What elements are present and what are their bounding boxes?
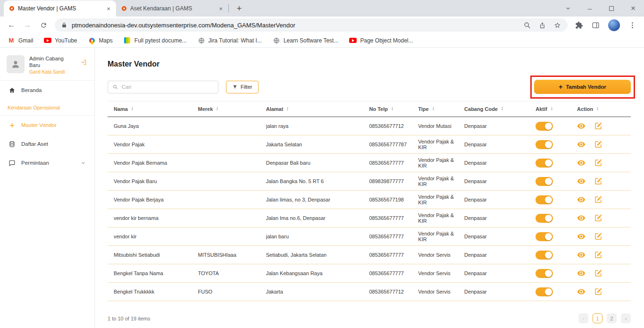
active-toggle[interactable] (535, 232, 553, 241)
view-icon[interactable] (577, 140, 585, 149)
logout-icon[interactable] (80, 59, 87, 66)
search-box[interactable] (108, 81, 218, 93)
sort-icon[interactable] (285, 106, 290, 111)
page-button-1[interactable]: 1 (593, 313, 602, 323)
address-bar[interactable]: ptmodenaindonesia-dev.outsystemsenterpri… (55, 18, 568, 32)
edit-icon[interactable] (594, 140, 602, 149)
bookmark-maps[interactable]: Maps (88, 37, 113, 44)
view-icon[interactable] (577, 251, 585, 259)
sidebar-item-master-vendor[interactable]: Master Vendor (0, 116, 94, 135)
view-icon[interactable] (577, 232, 585, 241)
column-header-tipe[interactable]: Tipe (418, 101, 464, 117)
active-toggle[interactable] (535, 177, 553, 186)
bookmark-youtube[interactable]: YouTube (44, 37, 77, 44)
table-row: Vendor Pajak Jakarta Selatan 08536567777… (108, 135, 631, 154)
column-header-aktif[interactable]: Aktif (535, 101, 577, 117)
side-panel-icon[interactable] (592, 21, 600, 29)
zoom-icon[interactable] (524, 22, 531, 29)
close-button[interactable] (622, 0, 644, 17)
new-tab-button[interactable] (233, 2, 245, 15)
edit-icon[interactable] (594, 232, 602, 241)
column-header-action[interactable]: Action (577, 101, 631, 117)
edit-icon[interactable] (594, 269, 602, 278)
view-icon[interactable] (577, 177, 585, 185)
cell-no-telp: 085365677777 (369, 209, 418, 227)
url-text[interactable]: ptmodenaindonesia-dev.outsystemsenterpri… (72, 22, 295, 29)
active-toggle[interactable] (535, 195, 553, 204)
bookmark-star-icon[interactable] (554, 22, 561, 29)
page-button-2[interactable]: 2 (607, 313, 617, 323)
active-toggle[interactable] (535, 214, 553, 223)
view-icon[interactable] (577, 287, 585, 296)
prev-page-button[interactable] (578, 313, 588, 323)
forward-button[interactable] (21, 18, 34, 32)
edit-icon[interactable] (594, 251, 602, 259)
maximize-button[interactable] (601, 0, 622, 17)
active-toggle[interactable] (535, 159, 553, 168)
edit-icon[interactable] (594, 177, 602, 185)
tambah-vendor-button[interactable]: Tambah Vendor (534, 80, 631, 94)
bookmark-label: Gmail (18, 37, 33, 44)
view-icon[interactable] (577, 195, 585, 204)
active-toggle[interactable] (535, 269, 553, 278)
edit-icon[interactable] (594, 214, 602, 222)
daftar-aset-icon (8, 141, 16, 148)
active-toggle[interactable] (535, 251, 553, 260)
tab-close-icon[interactable] (217, 5, 225, 12)
filter-button[interactable]: Filter (226, 81, 259, 93)
column-header-merek[interactable]: Merek (198, 101, 266, 117)
next-page-button[interactable] (621, 313, 631, 323)
table-row: Guna Jaya jalan raya 085365677712 Vendor… (108, 117, 631, 135)
tab-search-chevron-icon[interactable] (557, 0, 579, 17)
bookmark-pytest-docs[interactable]: Full pytest docume... (124, 37, 187, 44)
change-password-link[interactable]: Ganti Kata Sandi (29, 69, 65, 75)
edit-icon[interactable] (594, 287, 602, 296)
reload-button[interactable] (37, 18, 50, 32)
view-icon[interactable] (577, 269, 585, 278)
view-icon[interactable] (577, 214, 585, 222)
bookmark-learn-software-test[interactable]: Learn Software Test... (273, 37, 339, 44)
column-header-no-telp[interactable]: No Telp (369, 101, 418, 117)
bookmark-jira-tutorial[interactable]: Jira Tutorial: What I... (198, 37, 262, 44)
sort-icon[interactable] (431, 106, 435, 111)
column-header-alamat[interactable]: Alamat (266, 101, 369, 117)
tab-aset-kendaraan[interactable]: Aset Kendaraan | GAMS (116, 0, 228, 17)
bookmark-page-object-model[interactable]: Page Object Model... (349, 37, 413, 44)
edit-icon[interactable] (594, 122, 602, 130)
bookmark-gmail[interactable]: Gmail (8, 37, 33, 44)
tab-close-icon[interactable] (105, 5, 112, 12)
share-icon[interactable] (539, 22, 546, 29)
sort-icon[interactable] (130, 106, 134, 111)
tab-master-vendor[interactable]: Master Vendor | GAMS (4, 0, 116, 17)
sidebar-item-beranda[interactable]: Beranda (0, 81, 94, 100)
extensions-icon[interactable] (575, 21, 583, 29)
app-window: Admin Cabang Baru Ganti Kata Sandi Beran… (0, 48, 644, 328)
profile-avatar[interactable] (608, 19, 620, 31)
sidebar-item-daftar-aset[interactable]: Daftar Aset (0, 135, 94, 153)
search-input[interactable] (122, 84, 213, 90)
column-header-cabang-code[interactable]: Cabang Code (464, 101, 535, 117)
view-icon[interactable] (577, 122, 585, 130)
sidebar-section-kendaraan-operasional[interactable]: Kendaraan Operasional (0, 100, 94, 116)
sort-icon[interactable] (215, 106, 219, 111)
sort-icon[interactable] (500, 106, 504, 111)
menu-kebab-icon[interactable] (628, 21, 636, 29)
active-toggle[interactable] (535, 122, 553, 131)
sort-icon[interactable] (595, 106, 600, 111)
view-icon[interactable] (577, 159, 585, 167)
sort-icon[interactable] (550, 106, 554, 111)
back-button[interactable] (5, 18, 18, 32)
globe-icon (198, 37, 205, 44)
cell-alamat: Jakarta Selatan (266, 135, 369, 154)
active-toggle[interactable] (535, 140, 553, 149)
sidebar-item-permintaan[interactable]: Permintaan (0, 153, 94, 172)
edit-icon[interactable] (594, 159, 602, 167)
sort-icon[interactable] (390, 106, 394, 111)
active-toggle[interactable] (535, 287, 553, 296)
edit-icon[interactable] (594, 195, 602, 204)
minimize-button[interactable] (579, 0, 601, 17)
cell-aktif (535, 283, 577, 301)
cell-nama: Bengkel Tanpa Nama (108, 264, 198, 283)
table-footer: 1 to 10 of 19 items 1 2 (108, 313, 631, 323)
column-header-nama[interactable]: Nama (108, 101, 198, 117)
